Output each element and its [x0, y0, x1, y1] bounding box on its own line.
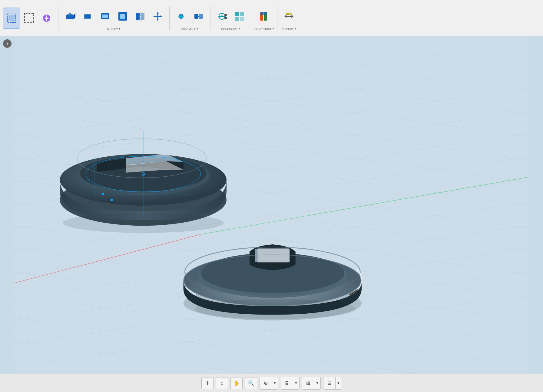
svg-marker-10 [74, 13, 75, 19]
svg-point-6 [33, 22, 34, 23]
bottom-bar: ✛ ⌂ ✋ 🔍 ⊕ ▼ 🖥 ▼ ⊞ ▼ ⊟ ▼ [0, 374, 543, 392]
assemble-label[interactable]: ASSEMBLE ▼ [181, 28, 198, 31]
construct-label[interactable]: CONSTRUCT ▼ [254, 28, 274, 31]
configure-chevron: ▼ [238, 28, 240, 30]
zoom-dropdown-button[interactable]: ▼ [272, 377, 278, 389]
svg-point-5 [24, 22, 25, 23]
mirror-icon [134, 10, 146, 22]
construct-group: CONSTRUCT ▼ [254, 6, 274, 31]
zoom-fit-button[interactable]: ⊕ [260, 377, 272, 389]
svg-rect-38 [235, 17, 239, 21]
zoom-group: ⊕ ▼ [260, 377, 278, 390]
sparkle-button[interactable] [38, 8, 55, 29]
svg-point-91 [111, 199, 113, 201]
configure-group: CONFIGURE ▼ [214, 6, 248, 31]
zoom-button[interactable]: 🔍 [245, 377, 257, 389]
orbit-button[interactable]: ⌂ [216, 377, 228, 389]
select-box-button[interactable] [21, 8, 38, 29]
push-pull-icon [64, 10, 76, 22]
pan-button[interactable]: ✛ [201, 377, 214, 389]
inspect1-icon [283, 10, 295, 22]
grid-button[interactable]: ⊞ [302, 377, 314, 389]
select-box-icon [23, 12, 35, 24]
svg-rect-36 [235, 12, 239, 16]
svg-rect-34 [224, 14, 227, 16]
window-select-button[interactable] [3, 8, 20, 29]
config2-button[interactable] [231, 6, 248, 27]
hand-button[interactable]: ✋ [230, 377, 243, 389]
assemble-group: ASSEMBLE ▼ [173, 6, 207, 31]
svg-point-90 [102, 193, 104, 195]
push-pull-button[interactable] [61, 6, 78, 27]
assemble2-icon [193, 10, 205, 22]
svg-rect-37 [240, 12, 244, 16]
display-group: 🖥 ▼ [281, 377, 300, 390]
svg-point-99 [63, 213, 223, 233]
svg-marker-9 [66, 13, 74, 15]
window-select-icon [5, 12, 18, 24]
viewport[interactable]: ● [0, 36, 543, 374]
config1-icon [216, 10, 228, 22]
view-dropdown-button[interactable]: ▼ [336, 377, 342, 389]
svg-rect-39 [240, 17, 244, 21]
selection-group [3, 8, 55, 29]
svg-rect-49 [286, 13, 292, 15]
inspect-chevron: ▼ [294, 28, 296, 30]
svg-point-4 [33, 13, 34, 14]
modify-group: MODIFY ▼ [61, 6, 166, 31]
svg-rect-17 [136, 13, 140, 20]
transform-icon [152, 10, 164, 22]
inspect-group: INSPECT ▼ [280, 6, 297, 31]
svg-rect-16 [120, 14, 125, 19]
svg-rect-35 [224, 17, 227, 19]
svg-rect-27 [194, 14, 198, 19]
separator-1 [58, 6, 58, 30]
joint-icon [175, 10, 187, 22]
svg-point-100 [195, 299, 356, 319]
svg-point-3 [24, 13, 25, 14]
scale-icon [117, 10, 129, 22]
svg-rect-2 [25, 14, 34, 23]
svg-marker-24 [154, 15, 155, 17]
svg-rect-42 [260, 12, 267, 15]
joint-button[interactable] [173, 6, 190, 27]
scale-button[interactable] [114, 6, 131, 27]
svg-rect-8 [66, 15, 74, 19]
configure-label[interactable]: CONFIGURE ▼ [221, 28, 240, 31]
assemble-chevron: ▼ [197, 28, 199, 30]
inspect-label[interactable]: INSPECT ▼ [282, 28, 296, 31]
assemble2-button[interactable] [190, 6, 207, 27]
svg-rect-14 [102, 15, 108, 18]
sparkle-icon [41, 12, 53, 24]
svg-marker-25 [160, 15, 162, 17]
separator-5 [277, 6, 277, 30]
view-group: ⊟ ▼ [323, 377, 342, 390]
svg-rect-18 [141, 13, 144, 20]
view-button[interactable]: ⊟ [323, 377, 336, 389]
svg-marker-22 [157, 12, 159, 14]
grid-dropdown-button[interactable]: ▼ [314, 377, 320, 389]
move-button[interactable] [79, 6, 96, 27]
modify-label[interactable]: MODIFY ▼ [107, 28, 121, 31]
toolbar: MODIFY ▼ [0, 0, 543, 36]
svg-rect-1 [8, 15, 15, 21]
grid-group: ⊞ ▼ [302, 377, 321, 390]
config1-button[interactable] [214, 6, 230, 27]
construct-chevron: ▼ [272, 28, 274, 30]
svg-marker-23 [157, 19, 159, 21]
mirror-button[interactable] [132, 6, 149, 27]
inspect1-button[interactable] [280, 6, 297, 27]
svg-rect-28 [199, 14, 203, 19]
rotate-button[interactable] [97, 6, 114, 27]
svg-rect-12 [85, 15, 90, 18]
display-button[interactable]: 🖥 [281, 377, 293, 389]
svg-point-89 [143, 174, 144, 175]
separator-3 [210, 6, 210, 30]
construct1-icon [258, 10, 270, 22]
display-dropdown-button[interactable]: ▼ [293, 377, 299, 389]
transform-button[interactable] [149, 6, 166, 27]
construct1-button[interactable] [256, 6, 273, 27]
viewport-svg [0, 36, 543, 374]
modify-chevron: ▼ [118, 28, 121, 30]
separator-4 [251, 6, 251, 30]
